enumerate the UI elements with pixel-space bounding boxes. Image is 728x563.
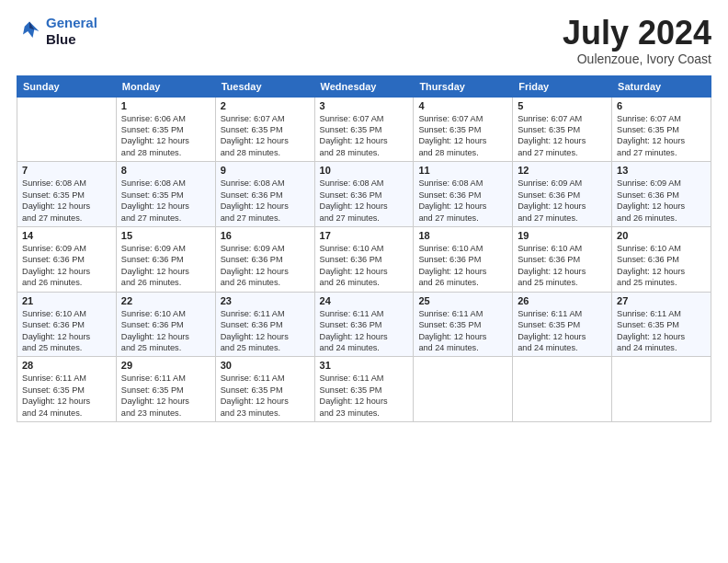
calendar-cell: 31Sunrise: 6:11 AMSunset: 6:35 PMDayligh… (314, 357, 414, 422)
cell-day-number: 27 (617, 295, 706, 306)
cell-day-number: 2 (221, 100, 310, 111)
calendar-cell: 26Sunrise: 6:11 AMSunset: 6:35 PMDayligh… (513, 292, 612, 357)
calendar-week-row: 1Sunrise: 6:06 AMSunset: 6:35 PMDaylight… (17, 97, 711, 162)
calendar-cell: 15Sunrise: 6:09 AMSunset: 6:36 PMDayligh… (116, 226, 215, 292)
cell-day-info: Sunrise: 6:11 AMSunset: 6:35 PMDaylight:… (221, 373, 310, 419)
calendar-cell: 17Sunrise: 6:10 AMSunset: 6:36 PMDayligh… (314, 226, 414, 292)
calendar-cell: 24Sunrise: 6:11 AMSunset: 6:36 PMDayligh… (314, 292, 414, 357)
cell-day-number: 21 (22, 295, 111, 306)
calendar-cell (513, 357, 612, 422)
logo: General Blue (17, 15, 97, 48)
calendar-cell: 12Sunrise: 6:09 AMSunset: 6:36 PMDayligh… (513, 162, 612, 227)
cell-day-info: Sunrise: 6:09 AMSunset: 6:36 PMDaylight:… (221, 243, 310, 289)
cell-day-number: 1 (121, 100, 210, 111)
cell-day-info: Sunrise: 6:07 AMSunset: 6:35 PMDaylight:… (518, 113, 607, 159)
cell-day-number: 24 (320, 295, 409, 306)
logo-text: General Blue (46, 15, 97, 48)
calendar-cell: 23Sunrise: 6:11 AMSunset: 6:36 PMDayligh… (215, 292, 314, 357)
calendar-cell: 8Sunrise: 6:08 AMSunset: 6:35 PMDaylight… (116, 162, 215, 227)
calendar-week-row: 14Sunrise: 6:09 AMSunset: 6:36 PMDayligh… (17, 226, 711, 292)
calendar-table: SundayMondayTuesdayWednesdayThursdayFrid… (17, 75, 711, 422)
cell-day-info: Sunrise: 6:11 AMSunset: 6:35 PMDaylight:… (617, 308, 706, 354)
cell-day-number: 23 (221, 295, 310, 306)
cell-day-number: 30 (221, 360, 310, 371)
calendar-cell (414, 357, 513, 422)
calendar-cell: 11Sunrise: 6:08 AMSunset: 6:36 PMDayligh… (414, 162, 513, 227)
cell-day-number: 26 (518, 295, 607, 306)
cell-day-number: 14 (22, 230, 111, 241)
cell-day-info: Sunrise: 6:11 AMSunset: 6:35 PMDaylight:… (121, 373, 210, 419)
cell-day-info: Sunrise: 6:08 AMSunset: 6:36 PMDaylight:… (320, 178, 409, 224)
cell-day-info: Sunrise: 6:10 AMSunset: 6:36 PMDaylight:… (617, 243, 706, 289)
calendar-cell: 13Sunrise: 6:09 AMSunset: 6:36 PMDayligh… (612, 162, 711, 227)
cell-day-info: Sunrise: 6:10 AMSunset: 6:36 PMDaylight:… (22, 308, 111, 354)
cell-day-number: 19 (518, 230, 607, 241)
calendar-header-row: SundayMondayTuesdayWednesdayThursdayFrid… (17, 75, 711, 97)
calendar-cell: 4Sunrise: 6:07 AMSunset: 6:35 PMDaylight… (414, 97, 513, 162)
cell-day-info: Sunrise: 6:08 AMSunset: 6:36 PMDaylight:… (418, 178, 507, 224)
svg-marker-0 (23, 22, 40, 39)
cell-day-number: 28 (22, 360, 111, 371)
cell-day-info: Sunrise: 6:06 AMSunset: 6:35 PMDaylight:… (121, 113, 210, 159)
cell-day-info: Sunrise: 6:10 AMSunset: 6:36 PMDaylight:… (320, 243, 409, 289)
calendar-cell: 6Sunrise: 6:07 AMSunset: 6:35 PMDaylight… (612, 97, 711, 162)
calendar-cell: 28Sunrise: 6:11 AMSunset: 6:35 PMDayligh… (17, 357, 117, 422)
calendar-day-header: Thursday (414, 75, 513, 97)
cell-day-number: 17 (320, 230, 409, 241)
calendar-cell (17, 97, 117, 162)
cell-day-info: Sunrise: 6:09 AMSunset: 6:36 PMDaylight:… (121, 243, 210, 289)
cell-day-number: 4 (418, 100, 507, 111)
title-block: July 2024 Oulenzoue, Ivory Coast (563, 15, 711, 66)
cell-day-info: Sunrise: 6:10 AMSunset: 6:36 PMDaylight:… (518, 243, 607, 289)
calendar-week-row: 7Sunrise: 6:08 AMSunset: 6:35 PMDaylight… (17, 162, 711, 227)
cell-day-info: Sunrise: 6:10 AMSunset: 6:36 PMDaylight:… (121, 308, 210, 354)
calendar-cell: 16Sunrise: 6:09 AMSunset: 6:36 PMDayligh… (215, 226, 314, 292)
calendar-cell: 18Sunrise: 6:10 AMSunset: 6:36 PMDayligh… (414, 226, 513, 292)
calendar-cell: 19Sunrise: 6:10 AMSunset: 6:36 PMDayligh… (513, 226, 612, 292)
calendar-cell: 7Sunrise: 6:08 AMSunset: 6:35 PMDaylight… (17, 162, 117, 227)
calendar-cell: 5Sunrise: 6:07 AMSunset: 6:35 PMDaylight… (513, 97, 612, 162)
calendar-week-row: 28Sunrise: 6:11 AMSunset: 6:35 PMDayligh… (17, 357, 711, 422)
cell-day-number: 11 (418, 165, 507, 176)
cell-day-info: Sunrise: 6:11 AMSunset: 6:36 PMDaylight:… (221, 308, 310, 354)
calendar-cell: 27Sunrise: 6:11 AMSunset: 6:35 PMDayligh… (612, 292, 711, 357)
cell-day-info: Sunrise: 6:09 AMSunset: 6:36 PMDaylight:… (518, 178, 607, 224)
calendar-day-header: Monday (116, 75, 215, 97)
calendar-day-header: Saturday (612, 75, 711, 97)
cell-day-number: 25 (418, 295, 507, 306)
cell-day-number: 12 (518, 165, 607, 176)
cell-day-info: Sunrise: 6:07 AMSunset: 6:35 PMDaylight:… (418, 113, 507, 159)
cell-day-number: 3 (320, 100, 409, 111)
cell-day-info: Sunrise: 6:09 AMSunset: 6:36 PMDaylight:… (22, 243, 111, 289)
calendar-week-row: 21Sunrise: 6:10 AMSunset: 6:36 PMDayligh… (17, 292, 711, 357)
cell-day-info: Sunrise: 6:11 AMSunset: 6:35 PMDaylight:… (518, 308, 607, 354)
cell-day-info: Sunrise: 6:11 AMSunset: 6:35 PMDaylight:… (22, 373, 111, 419)
cell-day-info: Sunrise: 6:10 AMSunset: 6:36 PMDaylight:… (418, 243, 507, 289)
cell-day-info: Sunrise: 6:07 AMSunset: 6:35 PMDaylight:… (320, 113, 409, 159)
calendar-day-header: Tuesday (215, 75, 314, 97)
cell-day-number: 20 (617, 230, 706, 241)
calendar-cell: 10Sunrise: 6:08 AMSunset: 6:36 PMDayligh… (314, 162, 414, 227)
logo-icon (17, 18, 42, 44)
cell-day-number: 15 (121, 230, 210, 241)
cell-day-info: Sunrise: 6:09 AMSunset: 6:36 PMDaylight:… (617, 178, 706, 224)
calendar-cell: 20Sunrise: 6:10 AMSunset: 6:36 PMDayligh… (612, 226, 711, 292)
header: General Blue July 2024 Oulenzoue, Ivory … (17, 15, 711, 66)
cell-day-number: 29 (121, 360, 210, 371)
calendar-cell (612, 357, 711, 422)
cell-day-number: 13 (617, 165, 706, 176)
calendar-day-header: Sunday (17, 75, 117, 97)
calendar-cell: 9Sunrise: 6:08 AMSunset: 6:36 PMDaylight… (215, 162, 314, 227)
title-location: Oulenzoue, Ivory Coast (563, 52, 711, 66)
title-month: July 2024 (563, 15, 711, 52)
cell-day-number: 18 (418, 230, 507, 241)
cell-day-number: 5 (518, 100, 607, 111)
cell-day-number: 7 (22, 165, 111, 176)
calendar-cell: 14Sunrise: 6:09 AMSunset: 6:36 PMDayligh… (17, 226, 117, 292)
calendar-cell: 21Sunrise: 6:10 AMSunset: 6:36 PMDayligh… (17, 292, 117, 357)
cell-day-info: Sunrise: 6:07 AMSunset: 6:35 PMDaylight:… (617, 113, 706, 159)
calendar-day-header: Wednesday (314, 75, 414, 97)
cell-day-number: 6 (617, 100, 706, 111)
cell-day-number: 16 (221, 230, 310, 241)
calendar-cell: 22Sunrise: 6:10 AMSunset: 6:36 PMDayligh… (116, 292, 215, 357)
